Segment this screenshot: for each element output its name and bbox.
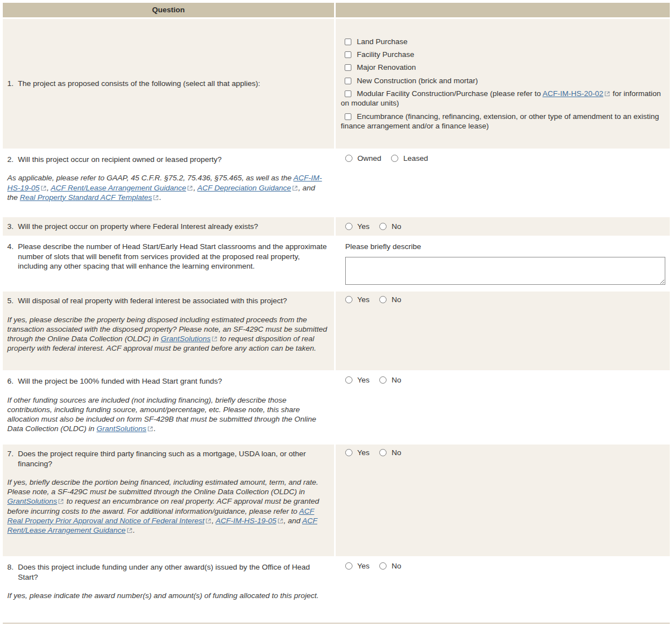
link-acf-im-hs-20-02[interactable]: ACF-IM-HS-20-02 — [542, 89, 603, 98]
link-label: ACF Depreciation Guidance — [197, 184, 291, 192]
radio-option-no[interactable]: No — [375, 222, 401, 231]
question-4-body: Please describe the number of Head Start… — [18, 242, 327, 270]
question-8-cell: 8. Does this project include funding und… — [3, 558, 334, 618]
link-grantsolutions[interactable]: GrantSolutions — [97, 424, 146, 433]
link-acf-depreciation-guidance[interactable]: ACF Depreciation Guidance — [197, 184, 291, 192]
question-3-cell: 3. Will the project occur on property wh… — [3, 217, 334, 236]
question-6-note: If other funding sources are included (n… — [7, 395, 327, 434]
encumbrance-checkbox[interactable] — [345, 113, 351, 120]
link-acf-im-hs-20-02-label: ACF-IM-HS-20-02 — [542, 89, 603, 98]
q7-yes-radio[interactable] — [345, 449, 352, 456]
radio-option-yes[interactable]: Yes — [341, 448, 371, 457]
q5-yes-radio[interactable] — [345, 296, 352, 303]
external-link-icon — [58, 499, 64, 504]
external-link-icon — [147, 426, 153, 432]
answer-5-cell: Yes No — [336, 292, 670, 370]
answer-8-cell: Yes No — [336, 558, 670, 618]
q5-no-radio[interactable] — [379, 296, 387, 303]
question-5-radio-group: Yes No — [341, 295, 665, 304]
new-construction-label: New Construction (brick and mortar) — [357, 77, 478, 85]
external-link-icon — [212, 336, 217, 342]
link-real-property-templates[interactable]: Real Property Standard ACF Templates — [20, 193, 152, 202]
question-5-number: 5. — [7, 296, 13, 305]
option-encumbrance[interactable]: Encumbrance (financing, refinancing, ext… — [341, 112, 665, 131]
encumbrance-label: Encumbrance (financing, refinancing, ext… — [341, 112, 659, 130]
question-2-note: As applicable, please refer to GAAP, 45 … — [7, 173, 327, 202]
leased-radio[interactable] — [391, 155, 398, 162]
land-purchase-checkbox[interactable] — [345, 39, 351, 45]
link-label: GrantSolutions — [161, 334, 211, 343]
question-6-text: 6. Will the project be 100% funded with … — [7, 376, 327, 386]
owned-radio[interactable] — [345, 155, 352, 162]
radio-option-yes[interactable]: Yes — [341, 295, 371, 304]
option-modular-facility[interactable]: Modular Facility Construction/Purchase (… — [341, 89, 665, 108]
q7-no-radio[interactable] — [379, 449, 387, 456]
link-label: ACF Rent/Lease Arrangement Guidance — [51, 184, 186, 192]
external-link-icon — [153, 195, 159, 200]
question-3-radio-group: Yes No — [341, 222, 665, 231]
q3-yes-radio[interactable] — [345, 223, 352, 230]
q3-no-label: No — [392, 222, 401, 231]
external-link-icon — [604, 91, 610, 97]
question-8-body: Does this project include funding under … — [18, 563, 310, 581]
new-construction-checkbox[interactable] — [345, 78, 351, 84]
question-2-number: 2. — [7, 155, 13, 164]
question-1-number: 1. — [7, 79, 13, 88]
question-7-body: Does the project require third party fin… — [18, 450, 306, 467]
radio-option-leased[interactable]: Leased — [387, 154, 428, 163]
real-property-form-page: Question 1. The project as proposed cons… — [0, 0, 672, 624]
facility-purchase-checkbox[interactable] — [345, 51, 351, 58]
option-major-renovation[interactable]: Major Renovation — [341, 63, 665, 72]
q8-yes-label: Yes — [358, 562, 370, 570]
question-column-header-label: Question — [152, 5, 185, 15]
answer-6-cell: Yes No — [336, 372, 670, 443]
option-new-construction[interactable]: New Construction (brick and mortar) — [341, 76, 665, 85]
link-grantsolutions[interactable]: GrantSolutions — [7, 497, 57, 505]
external-link-icon — [127, 528, 132, 533]
question-2-cell: 2. Will this project occur on recipient … — [3, 150, 334, 216]
answer-column-header — [336, 3, 670, 17]
question-7-number: 7. — [7, 449, 13, 458]
radio-option-no[interactable]: No — [375, 448, 401, 457]
q8-no-radio[interactable] — [379, 562, 387, 570]
link-label: GrantSolutions — [97, 424, 146, 433]
external-link-icon — [206, 518, 211, 524]
q8-yes-radio[interactable] — [345, 562, 352, 570]
radio-option-owned[interactable]: Owned — [341, 154, 383, 163]
radio-option-yes[interactable]: Yes — [341, 222, 371, 231]
q6-no-radio[interactable] — [379, 376, 387, 384]
link-acf-rent-lease-guidance[interactable]: ACF Rent/Lease Arrangement Guidance — [51, 184, 186, 192]
question-3-number: 3. — [7, 222, 13, 231]
radio-option-no[interactable]: No — [375, 562, 401, 570]
radio-option-no[interactable]: No — [375, 295, 401, 304]
link-grantsolutions[interactable]: GrantSolutions — [161, 334, 211, 343]
note-text: , — [47, 184, 51, 192]
question-6-body: Will the project be 100% funded with Hea… — [18, 377, 222, 385]
question-2-text: 2. Will this project occur on recipient … — [7, 155, 327, 164]
describe-label: Please briefly describe — [345, 242, 665, 251]
major-renovation-checkbox[interactable] — [345, 64, 351, 71]
question-7-cell: 7. Does the project require third party … — [3, 445, 334, 556]
radio-option-yes[interactable]: Yes — [341, 376, 371, 384]
question-7-text: 7. Does the project require third party … — [7, 449, 327, 469]
modular-facility-checkbox[interactable] — [345, 90, 351, 97]
q3-yes-label: Yes — [358, 222, 370, 231]
external-link-icon — [292, 185, 298, 191]
note-text: . — [154, 424, 156, 433]
radio-option-yes[interactable]: Yes — [341, 562, 371, 570]
option-land-purchase[interactable]: Land Purchase — [341, 37, 665, 46]
describe-textarea[interactable] — [345, 257, 665, 285]
question-1-cell: 1. The project as proposed consists of t… — [3, 19, 334, 149]
leased-label: Leased — [403, 154, 428, 163]
question-8-number: 8. — [7, 562, 13, 572]
question-3-body: Will the project occur on property where… — [18, 222, 258, 231]
answer-1-cell: Land Purchase Facility Purchase Major Re… — [336, 19, 670, 149]
q7-yes-label: Yes — [358, 448, 370, 457]
radio-option-no[interactable]: No — [375, 376, 401, 384]
note-text: If yes, briefly describe the portion bei… — [7, 478, 318, 496]
option-facility-purchase[interactable]: Facility Purchase — [341, 50, 665, 59]
answer-7-cell: Yes No — [336, 445, 670, 556]
q3-no-radio[interactable] — [379, 223, 387, 230]
q6-yes-radio[interactable] — [345, 376, 352, 384]
link-acf-im-hs-19-05[interactable]: ACF-IM-HS-19-05 — [216, 517, 277, 525]
